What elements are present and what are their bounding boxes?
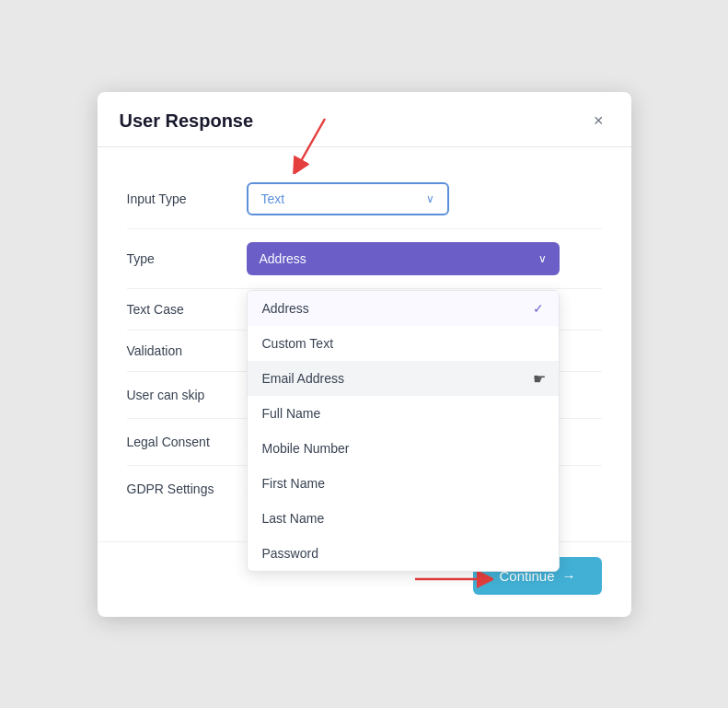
dropdown-item-label: Address	[262, 301, 309, 316]
dropdown-item-mobile-number[interactable]: Mobile Number	[248, 431, 559, 466]
modal-overlay: User Response × Input Type Text	[0, 0, 728, 708]
legal-consent-label: Legal Consent	[127, 435, 247, 449]
arrow-continue-icon	[410, 570, 493, 588]
dropdown-item-address[interactable]: Address ✓	[248, 291, 559, 326]
cursor-icon: ☛	[533, 369, 546, 387]
svg-line-1	[297, 119, 325, 168]
type-row: Type Address ∨ Address ✓ Custom Text Ema	[127, 229, 602, 289]
modal-title: User Response	[120, 110, 254, 132]
dropdown-item-label: Password	[262, 546, 318, 561]
type-dropdown-trigger[interactable]: Address ∨	[247, 242, 560, 275]
validation-label: Validation	[127, 343, 247, 358]
user-can-skip-label: User can skip	[127, 388, 247, 402]
continue-arrow: →	[562, 568, 576, 584]
gdpr-settings-label: GDPR Settings	[127, 482, 247, 496]
type-label: Type	[127, 251, 247, 266]
input-type-select[interactable]: Text ∨	[247, 182, 449, 215]
check-icon: ✓	[533, 301, 544, 316]
input-type-row: Input Type Text ∨	[127, 169, 602, 229]
dropdown-item-label: Email Address	[262, 371, 344, 386]
text-case-label: Text Case	[127, 302, 247, 317]
dropdown-item-label: First Name	[262, 476, 325, 491]
type-chevron: ∨	[538, 252, 547, 265]
type-dropdown-menu: Address ✓ Custom Text Email Address	[247, 290, 560, 572]
dropdown-item-last-name[interactable]: Last Name	[248, 501, 559, 536]
input-type-label: Input Type	[127, 192, 247, 206]
modal: User Response × Input Type Text	[98, 92, 631, 617]
input-type-chevron: ∨	[426, 192, 434, 205]
dropdown-item-label: Last Name	[262, 511, 325, 526]
dropdown-item-first-name[interactable]: First Name	[248, 466, 559, 501]
dropdown-item-label: Mobile Number	[262, 441, 350, 456]
arrow-down-icon	[270, 114, 334, 174]
modal-body: Input Type Text ∨ Type Address ∨ Address	[98, 147, 631, 534]
close-button[interactable]: ×	[588, 110, 609, 131]
modal-header: User Response ×	[98, 92, 631, 147]
dropdown-item-label: Custom Text	[262, 336, 334, 351]
type-selected-value: Address	[260, 251, 306, 266]
dropdown-item-full-name[interactable]: Full Name	[248, 396, 559, 431]
input-type-value: Text	[261, 192, 285, 206]
dropdown-item-email-address[interactable]: Email Address ☛	[248, 361, 559, 396]
dropdown-item-password[interactable]: Password	[248, 536, 559, 571]
dropdown-item-label: Full Name	[262, 406, 321, 421]
dropdown-item-custom-text[interactable]: Custom Text	[248, 326, 559, 361]
